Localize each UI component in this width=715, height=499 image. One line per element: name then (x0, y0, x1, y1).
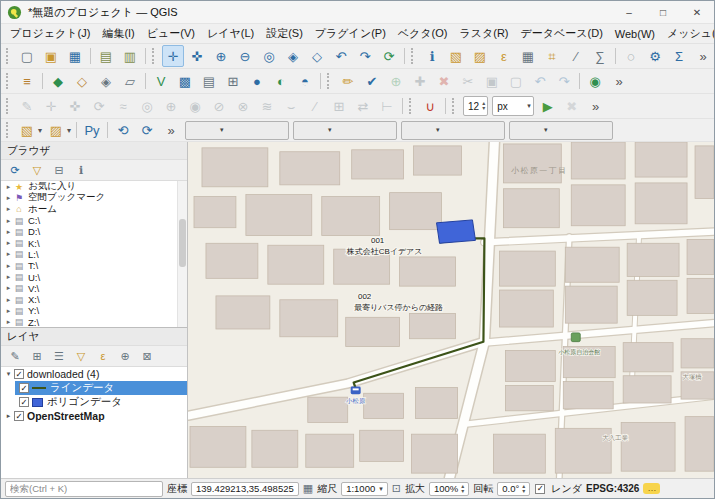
menu-database[interactable]: データベース(D) (515, 24, 609, 43)
toolbar-grip[interactable] (409, 98, 415, 114)
browser-item-drive-y[interactable]: ▸▤Y:\ (1, 305, 187, 316)
expand-arrow-icon[interactable]: ▸ (4, 217, 13, 225)
toolbar-grip[interactable] (411, 48, 417, 64)
rotation-value[interactable]: 0.0° ▴▾ (497, 482, 530, 496)
crs-indicator[interactable]: EPSG:4326 (586, 483, 639, 494)
locator-button[interactable]: ◌ (620, 45, 642, 67)
dropdown-arrow-icon[interactable]: ▾ (67, 126, 71, 135)
measure-line-button[interactable]: ∕ (565, 45, 587, 67)
open-attribute-table-button[interactable]: ▦ (517, 45, 539, 67)
expand-arrow-icon[interactable]: ▸ (4, 194, 13, 202)
field-calculator-button[interactable]: ⌗ (541, 45, 563, 67)
add-group-button[interactable]: ⊞ (27, 346, 47, 366)
layer-checkbox[interactable]: ✓ (19, 383, 29, 393)
lock-scale-icon[interactable]: ⊡ (392, 482, 401, 495)
browser-item-drive-z[interactable]: ▸▤Z:\ (1, 317, 187, 327)
browser-item-drive-u[interactable]: ▸▤U:\ (1, 271, 187, 282)
deselect-all-button[interactable]: ▨ (45, 119, 67, 141)
save-layer-edits-button[interactable]: ✔ (361, 70, 383, 92)
layer-checkbox[interactable]: ✓ (19, 397, 29, 407)
layer-item-openstreetmap[interactable]: ▸ ✓ OpenStreetMap (1, 409, 187, 423)
group-checkbox[interactable]: ✓ (14, 369, 24, 379)
layer-expander-icon[interactable]: ▸ (4, 412, 13, 420)
browser-scrollbar-thumb[interactable] (179, 219, 186, 267)
spinner-arrows-icon[interactable]: ▴▾ (482, 101, 485, 111)
expand-arrow-icon[interactable]: ▸ (4, 296, 13, 304)
pan-to-selection-button[interactable]: ✜ (186, 45, 208, 67)
toolbar-grip[interactable] (6, 48, 12, 64)
menu-project[interactable]: プロジェクト(J) (4, 24, 96, 43)
label-font-size-spinner[interactable]: 12 ▴▾ (463, 96, 488, 116)
quickmap-services-button[interactable]: ◉ (584, 70, 606, 92)
toggle-editing-button[interactable]: ✏ (337, 70, 359, 92)
magnifier-value[interactable]: 100% ▴▾ (429, 482, 469, 496)
zoom-to-selection-button[interactable]: ◈ (282, 45, 304, 67)
menu-vector[interactable]: ベクタ(O) (392, 24, 454, 43)
undo-map-view-button[interactable]: ⟲ (112, 119, 134, 141)
dropdown-arrow-icon[interactable]: ▾ (38, 126, 42, 135)
new-memory-layer-button[interactable]: ▱ (119, 70, 141, 92)
expand-arrow-icon[interactable]: ▸ (4, 250, 13, 258)
sum-statistics-button[interactable]: Σ (668, 45, 690, 67)
minimize-button[interactable]: – (612, 1, 646, 23)
menu-settings[interactable]: 設定(S) (260, 24, 309, 43)
add-wms-layer-button[interactable]: ◐ (270, 70, 292, 92)
render-checkbox-group[interactable]: ✓ レンダ (534, 482, 582, 496)
browser-item-drive-k[interactable]: ▸▤K:\ (1, 237, 187, 248)
maximize-button[interactable]: □ (646, 1, 680, 23)
refresh-map-button[interactable]: ⟳ (378, 45, 400, 67)
processing-toolbox-button[interactable]: ⚙ (644, 45, 666, 67)
new-spatialite-layer-button[interactable]: ◈ (95, 70, 117, 92)
open-project-button[interactable]: ▣ (40, 45, 62, 67)
filter-by-expression-button[interactable]: ε (93, 346, 113, 366)
browser-item-drive-x[interactable]: ▸▤X:\ (1, 294, 187, 305)
layer-checkbox[interactable]: ✓ (14, 411, 24, 421)
add-xyz-layer-button[interactable]: ◓ (294, 70, 316, 92)
remove-layer-button[interactable]: ⊠ (137, 346, 157, 366)
expand-arrow-icon[interactable]: ▸ (4, 262, 13, 270)
toolbar-grip[interactable] (452, 98, 458, 114)
browser-scrollbar[interactable] (177, 181, 187, 327)
statistical-summary-button[interactable]: ∑ (589, 45, 611, 67)
zoom-last-button[interactable]: ↶ (330, 45, 352, 67)
layer-group-downloaded[interactable]: ▾ ✓ downloaded (4) (1, 367, 187, 381)
select-by-rectangle-button[interactable]: ▧ (16, 119, 38, 141)
browser-panel-title[interactable]: ブラウザ (1, 142, 187, 160)
new-print-layout-button[interactable]: ▤ (95, 45, 117, 67)
expand-arrow-icon[interactable]: ▸ (4, 183, 13, 191)
label-unit-combo[interactable]: px ▾ (492, 96, 534, 116)
scale-combo[interactable]: 1:1000 ▾ (341, 482, 388, 496)
zoom-next-button[interactable]: ↷ (354, 45, 376, 67)
layers-panel-title[interactable]: レイヤ (1, 328, 187, 346)
zoom-out-button[interactable]: ⊖ (234, 45, 256, 67)
data-source-manager-button[interactable]: ≡ (16, 70, 38, 92)
toolbar-grip[interactable] (152, 48, 158, 64)
expand-arrow-icon[interactable]: ▸ (4, 228, 13, 236)
python-console-button[interactable]: Py (81, 119, 103, 141)
close-button[interactable]: ✕ (680, 1, 714, 23)
snapping-toggle-button[interactable]: ∪ (419, 95, 441, 117)
identify-features-button[interactable]: ℹ (421, 45, 443, 67)
browser-item-drive-v[interactable]: ▸▤V:\ (1, 283, 187, 294)
expand-all-button[interactable]: ⊕ (115, 346, 135, 366)
add-vector-layer-button[interactable]: V (150, 70, 172, 92)
open-layer-styling-button[interactable]: ✎ (5, 346, 25, 366)
filter-browser-button[interactable]: ▽ (27, 160, 47, 180)
browser-item-drive-l[interactable]: ▸▤L:\ (1, 249, 187, 260)
expand-arrow-icon[interactable]: ▸ (4, 318, 13, 326)
layer-item-line[interactable]: ✓ ラインデータ (15, 381, 187, 395)
collapse-all-button[interactable]: ⊟ (49, 160, 69, 180)
expand-arrow-icon[interactable]: ▸ (4, 284, 13, 292)
browser-item-home[interactable]: ▸⌂ホーム (1, 204, 187, 215)
spinner-arrows-icon[interactable]: ▴▾ (522, 484, 525, 494)
expand-arrow-icon[interactable]: ▸ (4, 307, 13, 315)
new-project-button[interactable]: ▢ (16, 45, 38, 67)
add-raster-layer-button[interactable]: ▩ (174, 70, 196, 92)
extents-icon[interactable]: ▦ (303, 482, 313, 495)
messages-icon[interactable]: … (643, 483, 660, 494)
zoom-to-layer-button[interactable]: ◇ (306, 45, 328, 67)
menu-view[interactable]: ビュー(V) (141, 24, 201, 43)
browser-item-drive-c[interactable]: ▸▤C:\ (1, 215, 187, 226)
redo-map-view-button[interactable]: ⟳ (136, 119, 158, 141)
deselect-features-button[interactable]: ▨ (469, 45, 491, 67)
